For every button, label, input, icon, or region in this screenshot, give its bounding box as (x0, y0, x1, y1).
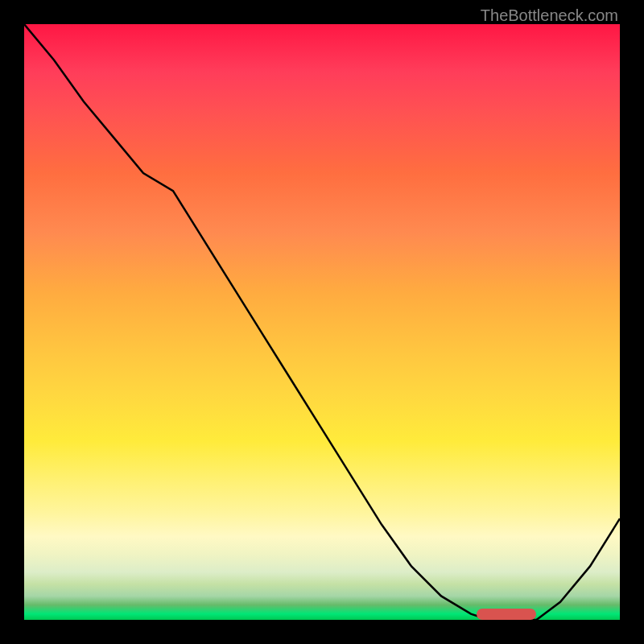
optimal-marker (477, 609, 536, 620)
bottleneck-curve (24, 24, 620, 620)
watermark-text: TheBottleneck.com (481, 6, 618, 25)
chart-container (24, 24, 620, 620)
